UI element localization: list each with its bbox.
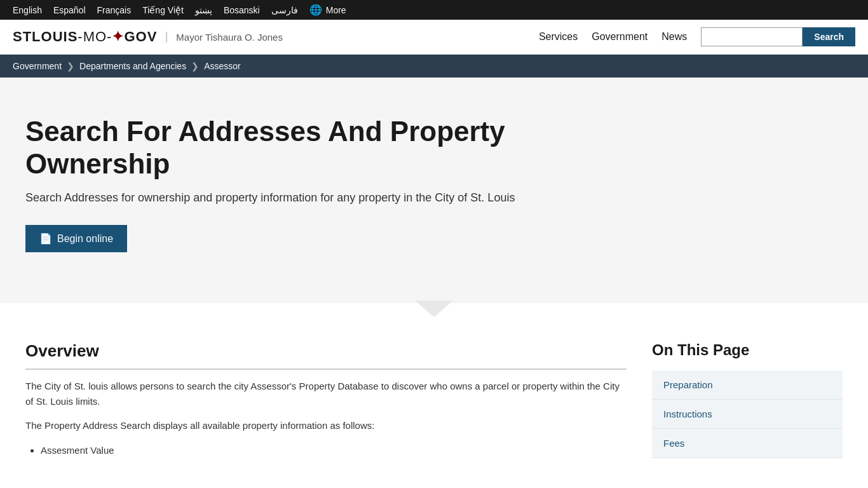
lang-francais[interactable]: Français: [97, 5, 132, 15]
lang-english[interactable]: English: [13, 5, 42, 15]
begin-online-label: Begin online: [57, 233, 113, 245]
hero-section: Search For Addresses And Property Owners…: [0, 78, 868, 303]
mayor-name: Mayor Tishaura O. Jones: [166, 32, 283, 43]
main-content: Overview The City of St. louis allows pe…: [25, 341, 627, 459]
on-this-page-preparation[interactable]: Preparation: [652, 370, 843, 400]
main-header: STLOUIS-MO-✦GOV Mayor Tishaura O. Jones …: [0, 20, 868, 55]
overview-para-1: The City of St. louis allows persons to …: [25, 379, 627, 409]
lang-tiengviet[interactable]: Tiếng Việt: [142, 5, 184, 15]
begin-online-button[interactable]: 📄 Begin online: [25, 225, 127, 252]
page-title: Search For Addresses And Property Owners…: [25, 116, 597, 180]
overview-title: Overview: [25, 341, 627, 370]
nav-government[interactable]: Government: [592, 31, 648, 43]
language-bar: English Español Français Tiếng Việt پښتو…: [0, 0, 868, 20]
logo[interactable]: STLOUIS-MO-✦GOV: [13, 29, 157, 45]
list-item: Assesment Value: [41, 442, 627, 459]
search-form: Search: [701, 27, 855, 46]
on-this-page-title: On This Page: [652, 341, 843, 359]
logo-area: STLOUIS-MO-✦GOV Mayor Tishaura O. Jones: [13, 29, 283, 45]
hero-arrow: [415, 301, 453, 317]
lang-farsi[interactable]: فارسی: [271, 5, 298, 15]
search-button[interactable]: Search: [803, 27, 855, 46]
logo-dash: -MO-: [78, 29, 112, 44]
overview-para-2: The Property Address Search displays all…: [25, 418, 627, 433]
begin-online-icon: 📄: [39, 233, 52, 245]
breadcrumb-current: Assessor: [204, 61, 241, 71]
logo-fleur: ✦: [112, 29, 124, 44]
lang-pashto[interactable]: پښتو: [195, 5, 212, 15]
overview-text: The City of St. louis allows persons to …: [25, 379, 627, 459]
logo-gov: GOV: [124, 29, 157, 44]
nav-search: Services Government News Search: [539, 27, 855, 46]
breadcrumb-sep-1: ❯: [67, 61, 74, 71]
breadcrumb-government[interactable]: Government: [13, 61, 62, 71]
page-subtitle: Search Addresses for ownership and prope…: [25, 191, 843, 205]
content-area: Overview The City of St. louis allows pe…: [0, 303, 868, 484]
breadcrumb: Government ❯ Departments and Agencies ❯ …: [0, 55, 868, 78]
on-this-page-fees[interactable]: Fees: [652, 429, 843, 458]
sidebar: On This Page Preparation Instructions Fe…: [652, 341, 843, 459]
breadcrumb-sep-2: ❯: [191, 61, 199, 71]
on-this-page-links: Preparation Instructions Fees: [652, 370, 843, 458]
nav-news[interactable]: News: [661, 31, 687, 43]
lang-more[interactable]: 🌐 More: [309, 4, 346, 16]
search-input[interactable]: [701, 27, 803, 46]
breadcrumb-departments[interactable]: Departments and Agencies: [79, 61, 186, 71]
nav-services[interactable]: Services: [539, 31, 578, 43]
logo-bold: STLOUIS: [13, 29, 78, 44]
translate-icon: 🌐: [309, 4, 322, 16]
lang-espanol[interactable]: Español: [53, 5, 86, 15]
lang-bosanski[interactable]: Bosanski: [224, 5, 260, 15]
on-this-page-instructions[interactable]: Instructions: [652, 400, 843, 429]
overview-list: Assesment Value: [41, 442, 627, 459]
